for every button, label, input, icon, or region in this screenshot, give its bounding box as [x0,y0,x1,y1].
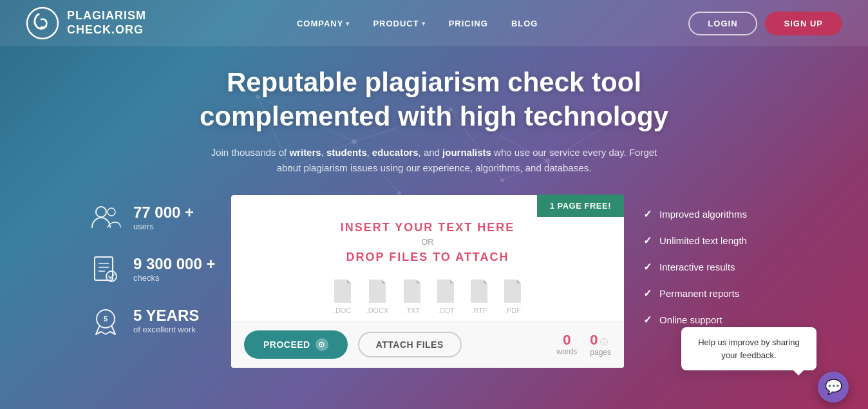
feature-5: ✓ Online support [643,314,778,326]
svg-point-17 [27,8,58,39]
feature-2: ✓ Unlimited text length [643,234,778,247]
feature-3: ✓ Interactive results [643,261,778,273]
check-icon-4: ✓ [643,287,652,300]
upload-drop-text: DROP FILES TO ATTACH [250,251,605,264]
txt-file-icon [402,280,422,304]
words-count: 0 words [556,333,577,357]
stat-years-text: 5 YEARS of excellent work [133,307,199,334]
proceed-button[interactable]: PROCEED ⊙ [244,330,348,359]
checks-icon [90,253,122,285]
word-count-area: 0 words 0 ⓘ pages [556,333,611,357]
nav-company[interactable]: COMPANY ▾ [288,14,359,33]
nav-blog[interactable]: BLOG [502,14,547,33]
signup-button[interactable]: SIGN UP [765,12,842,35]
pages-count: 0 ⓘ pages [590,333,611,357]
check-icon-3: ✓ [643,261,652,273]
pdf-file-icon [503,280,522,304]
chat-icon: 💬 [825,379,842,395]
format-docx: .DOCX [366,280,389,314]
users-icon [90,202,122,234]
doc-file-icon [333,280,352,304]
right-features: ✓ Improved algorithms ✓ Unlimited text l… [624,195,778,340]
nav-product[interactable]: PRODUCT ▾ [364,14,434,33]
feedback-tooltip: Help us improve by sharing your feedback… [681,327,816,370]
logo-text: PLAGIARISM CHECK.ORG [67,9,146,37]
logo[interactable]: PLAGIARISM CHECK.ORG [26,6,146,40]
svg-point-19 [108,208,115,216]
rtf-file-icon [469,280,489,304]
svg-point-18 [96,207,106,217]
stat-years: 5 5 YEARS of excellent work [90,305,231,337]
main-nav: COMPANY ▾ PRODUCT ▾ PRICING BLOG [288,14,547,33]
check-icon-2: ✓ [643,234,652,247]
hero-title: Reputable plagiarism check tool compleme… [26,66,842,133]
format-doc: .DOC [333,280,352,314]
header: PLAGIARISM CHECK.ORG COMPANY ▾ PRODUCT ▾… [0,0,868,46]
upload-actions: PROCEED ⊙ ATTACH FILES 0 words 0 ⓘ [231,321,624,368]
stat-checks-text: 9 300 000 + checks [133,256,215,282]
award-icon: 5 [90,305,122,337]
format-rtf: .RTF [469,280,489,314]
product-chevron-icon: ▾ [422,20,426,27]
format-pdf: .PDF [503,280,522,314]
logo-icon [26,6,59,40]
svg-text:5: 5 [104,315,108,323]
feature-4: ✓ Permanent reports [643,287,778,300]
check-icon-5: ✓ [643,314,652,326]
upload-box[interactable]: INSERT YOUR TEXT HERE OR DROP FILES TO A… [231,195,624,368]
nav-pricing[interactable]: PRICING [440,14,497,33]
left-stats: 77 000 + users 9 300 000 + checks [90,195,231,356]
upload-or-text: OR [250,237,605,247]
attach-button[interactable]: ATTACH FILES [358,332,462,357]
stat-checks: 9 300 000 + checks [90,253,231,285]
upload-container: 1 PAGE FREE! INSERT YOUR TEXT HERE OR DR… [231,195,624,368]
company-chevron-icon: ▾ [346,20,350,27]
header-actions: LOGIN SIGN UP [688,12,842,35]
stat-users: 77 000 + users [90,202,231,234]
docx-file-icon [368,280,387,304]
format-txt: .TXT [402,280,422,314]
stat-users-text: 77 000 + users [133,204,194,231]
upload-text-main: INSERT YOUR TEXT HERE [250,221,605,234]
hero-subtitle: Join thousands of writers, students, edu… [209,145,659,176]
file-formats: .DOC .DOCX [250,280,605,314]
proceed-icon: ⊙ [316,338,328,351]
check-icon-1: ✓ [643,208,652,220]
free-badge: 1 PAGE FREE! [537,195,624,217]
chat-button[interactable]: 💬 [818,372,849,403]
login-button[interactable]: LOGIN [688,12,757,35]
odt-file-icon [436,280,455,304]
pages-info-icon[interactable]: ⓘ [600,337,608,348]
feature-1: ✓ Improved algorithms [643,208,778,220]
format-odt: .ODT [436,280,455,314]
